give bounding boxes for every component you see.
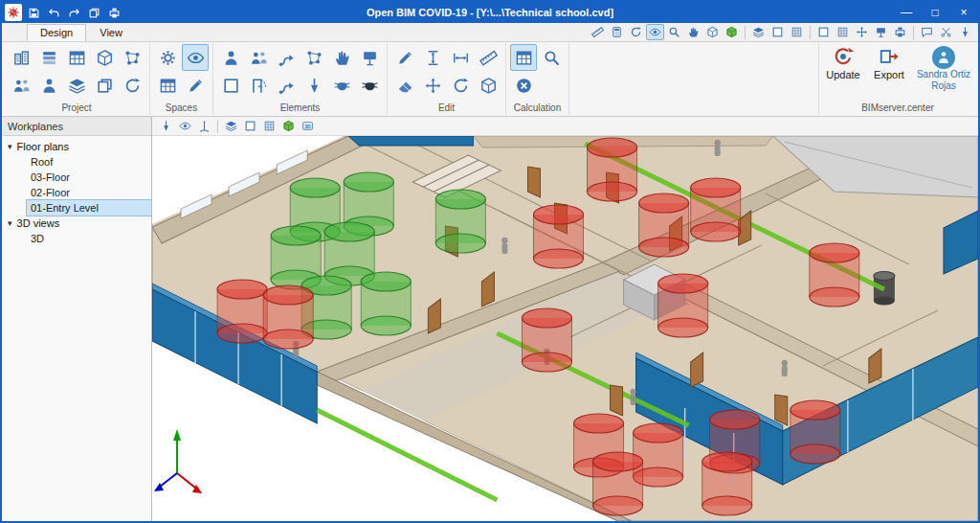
occupant-group-button[interactable] xyxy=(245,44,272,71)
snap-icon[interactable] xyxy=(853,24,871,40)
solid-view-icon[interactable] xyxy=(723,24,741,40)
quick-access-toolbar xyxy=(24,4,123,21)
grid-icon[interactable] xyxy=(834,24,852,40)
analysis-results-button[interactable] xyxy=(510,44,537,71)
walking-route-button[interactable] xyxy=(273,72,300,99)
ribbon-group-label: Edit xyxy=(391,102,501,115)
viewport-area xyxy=(152,117,978,521)
occupant-button[interactable] xyxy=(217,44,244,71)
move-element-button[interactable] xyxy=(419,72,446,99)
erase-button[interactable] xyxy=(391,72,418,99)
tree-item-01-entry-level[interactable]: 01-Entry Level xyxy=(27,200,151,216)
workstations-button[interactable] xyxy=(35,72,62,99)
tree-item-02-floor[interactable]: 02-Floor xyxy=(27,185,151,200)
waiting-point-button[interactable] xyxy=(301,72,327,99)
measure-icon[interactable] xyxy=(589,24,607,40)
undo-button[interactable] xyxy=(44,4,63,21)
occupancy-profiles-button[interactable] xyxy=(8,72,34,99)
link-references-button[interactable] xyxy=(119,44,145,71)
tree-section-floor-plans[interactable]: ▾Floor plans xyxy=(2,139,151,154)
composition-icon[interactable] xyxy=(768,24,787,40)
workplanes-tree: ▾Floor plansRoof03-Floor02-Floor01-Entry… xyxy=(2,136,151,521)
contact-network-button[interactable] xyxy=(301,44,327,71)
viewport-3d[interactable] xyxy=(152,136,978,521)
layers-icon[interactable] xyxy=(222,118,240,134)
dimension-horizontal-button[interactable] xyxy=(447,44,474,71)
pin-icon[interactable] xyxy=(956,24,974,40)
signage-button[interactable] xyxy=(356,44,383,71)
ribbon-group-label: BIMserver.center xyxy=(823,102,972,115)
close-button[interactable]: × xyxy=(949,2,978,23)
door xyxy=(775,395,788,425)
calculator-icon[interactable] xyxy=(608,24,626,40)
redo-button[interactable] xyxy=(64,4,83,21)
tab-view[interactable]: View xyxy=(86,24,136,41)
export-button[interactable]: Export xyxy=(869,46,909,80)
collapse-arrow-icon[interactable]: ▾ xyxy=(8,218,12,228)
tree-item-roof[interactable]: Roof xyxy=(27,154,151,170)
occupancy-zone-red xyxy=(702,452,752,515)
section-icon[interactable] xyxy=(157,118,175,134)
tree-section-3d-views[interactable]: ▾3D views xyxy=(2,216,151,231)
circulation-path-button[interactable] xyxy=(273,44,300,71)
general-data-button[interactable] xyxy=(8,44,34,71)
draw-button[interactable] xyxy=(391,44,418,71)
check-analysis-button[interactable] xyxy=(538,44,565,71)
dimension-vertical-button[interactable] xyxy=(419,44,446,71)
plans-icon[interactable] xyxy=(749,24,768,40)
visibility-options-icon[interactable] xyxy=(176,118,194,134)
hand-hygiene-button[interactable] xyxy=(328,44,355,71)
minimize-button[interactable]: — xyxy=(892,2,921,23)
app-virus-icon[interactable] xyxy=(5,4,22,21)
measure-button[interactable] xyxy=(475,44,501,71)
view-cube-button[interactable] xyxy=(475,72,501,99)
occupancy-zone-red xyxy=(533,205,583,268)
rotate-element-button[interactable] xyxy=(447,72,474,99)
edit-space-button[interactable] xyxy=(182,72,209,99)
toolbar-separator xyxy=(810,26,811,39)
zoom-icon[interactable] xyxy=(665,24,683,40)
show-spaces-button[interactable] xyxy=(182,44,209,71)
orbit-icon[interactable] xyxy=(703,24,722,40)
partition-screen-button[interactable] xyxy=(217,72,244,99)
tree-item-3d[interactable]: 3D xyxy=(27,231,151,246)
textures-icon[interactable] xyxy=(279,118,298,134)
app-window: Open BIM COVID-19 - [Y:\...\Technical sc… xyxy=(0,0,980,523)
view-3d-icon[interactable] xyxy=(299,118,317,134)
update-button[interactable]: Update xyxy=(823,46,863,80)
floor-plans-button[interactable] xyxy=(35,44,62,71)
tree-item-03-floor[interactable]: 03-Floor xyxy=(27,170,151,185)
face-mask-button[interactable] xyxy=(328,72,355,99)
pan-icon[interactable] xyxy=(684,24,702,40)
ribbon: ProjectSpacesElementsEditCalculationUpda… xyxy=(2,42,978,117)
cancel-analysis-button[interactable] xyxy=(510,72,537,99)
text-icon[interactable] xyxy=(872,24,890,40)
axes-icon[interactable] xyxy=(195,118,213,134)
print-view-icon[interactable] xyxy=(891,24,909,40)
print-button[interactable] xyxy=(104,4,123,21)
frame-icon[interactable] xyxy=(241,118,259,134)
sync-model-button[interactable] xyxy=(119,72,145,99)
tab-design[interactable]: Design xyxy=(27,24,86,41)
protractor-icon[interactable] xyxy=(627,24,645,40)
copy-button[interactable] xyxy=(84,4,103,21)
space-options-button[interactable] xyxy=(154,44,181,71)
space-manager-button[interactable] xyxy=(63,72,90,99)
user-account[interactable]: Sandra Ortiz Rojas xyxy=(915,46,972,91)
titlebar[interactable]: Open BIM COVID-19 - [Y:\...\Technical sc… xyxy=(2,2,978,23)
cut-icon[interactable] xyxy=(937,24,955,40)
background-icon[interactable] xyxy=(814,24,833,40)
bim-model-button[interactable] xyxy=(91,44,118,71)
visibility-icon[interactable] xyxy=(646,24,664,40)
save-button[interactable] xyxy=(24,4,43,21)
detail-icon[interactable] xyxy=(788,24,806,40)
grid-icon[interactable] xyxy=(260,118,278,134)
comment-icon[interactable] xyxy=(918,24,936,40)
space-list-button[interactable] xyxy=(154,72,181,99)
job-data-button[interactable] xyxy=(63,44,90,71)
door-element-button[interactable] xyxy=(245,72,272,99)
maximize-button[interactable]: □ xyxy=(921,2,949,23)
import-plans-button[interactable] xyxy=(91,72,118,99)
ppe-zone-button[interactable] xyxy=(356,72,383,99)
collapse-arrow-icon[interactable]: ▾ xyxy=(8,142,12,151)
